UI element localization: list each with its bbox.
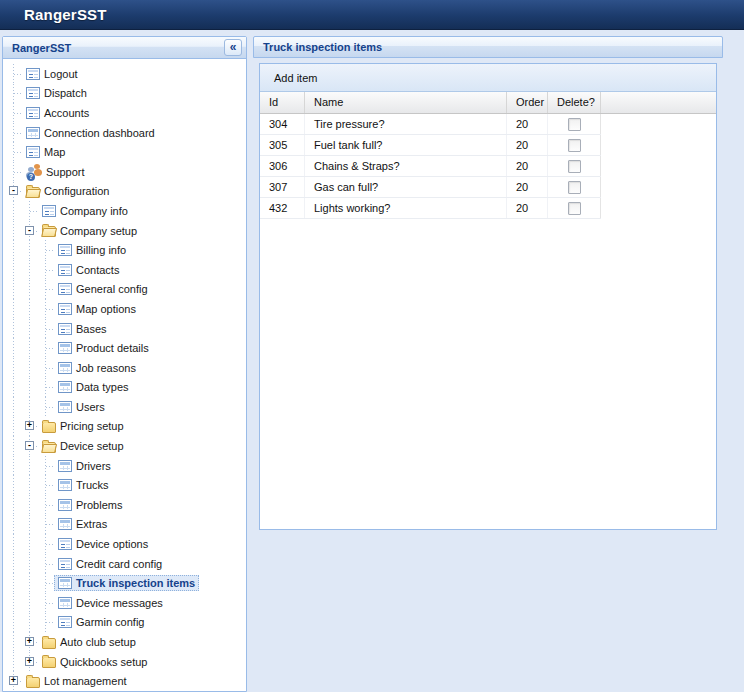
tree-indent-guide	[22, 593, 38, 613]
grid-icon	[58, 401, 72, 413]
form-icon	[42, 205, 56, 217]
tree-expand-expander-icon[interactable]: +	[9, 676, 18, 685]
tree-indent-guide	[22, 397, 38, 417]
sidebar-item-quickbooks-setup[interactable]: + Quickbooks setup	[6, 652, 246, 672]
tree-indent-guide	[6, 613, 22, 633]
cell-id: 305	[260, 135, 305, 155]
cell-order: 20	[507, 135, 548, 155]
table-row[interactable]: 305 Fuel tank full? 20	[260, 135, 601, 156]
cell-name: Fuel tank full?	[305, 135, 507, 155]
tree-indent-guide	[6, 436, 22, 456]
sidebar-item-dispatch[interactable]: Dispatch	[6, 84, 246, 104]
grid-icon	[58, 479, 72, 491]
tree-expand-expander-icon[interactable]: +	[25, 637, 34, 646]
column-header-order[interactable]: Order	[507, 92, 548, 113]
column-header-delete[interactable]: Delete?	[548, 92, 601, 113]
folder-closed-icon	[42, 657, 56, 668]
tree-elbow	[38, 515, 54, 535]
cell-order: 20	[507, 114, 548, 134]
sidebar-item-device-options[interactable]: Device options	[6, 534, 246, 554]
tree-elbow	[6, 142, 22, 162]
sidebar-item-billing-info[interactable]: Billing info	[6, 240, 246, 260]
sidebar-item-data-types[interactable]: Data types	[6, 378, 246, 398]
collapse-left-icon: «	[230, 40, 237, 54]
delete-checkbox[interactable]	[568, 160, 581, 173]
navigation-tree: Logout Dispatch Accounts Connection dash…	[3, 59, 246, 691]
column-header-id[interactable]: Id	[260, 92, 305, 113]
sidebar-item-trucks[interactable]: Trucks	[6, 475, 246, 495]
cell-order: 20	[507, 156, 548, 176]
sidebar-item-connection-dashboard[interactable]: Connection dashboard	[6, 123, 246, 143]
folder-closed-icon	[42, 638, 56, 649]
sidebar-item-lot-management[interactable]: + Lot management	[6, 671, 246, 691]
navigation-panel: RangerSST « Logout Dispatch Accounts Con…	[2, 36, 247, 692]
sidebar-item-truck-inspection-items[interactable]: Truck inspection items	[6, 573, 246, 593]
tree-elbow: +	[22, 652, 38, 672]
sidebar-item-drivers[interactable]: Drivers	[6, 456, 246, 476]
table-row[interactable]: 306 Chains & Straps? 20	[260, 156, 601, 177]
delete-checkbox[interactable]	[568, 118, 581, 131]
tree-collapse-expander-icon[interactable]: -	[25, 226, 34, 235]
tree-indent-guide	[6, 397, 22, 417]
folder-open-icon	[42, 442, 56, 453]
cell-order: 20	[507, 177, 548, 197]
delete-checkbox[interactable]	[568, 202, 581, 215]
sidebar-item-job-reasons[interactable]: Job reasons	[6, 358, 246, 378]
sidebar-item-bases[interactable]: Bases	[6, 319, 246, 339]
delete-checkbox[interactable]	[568, 181, 581, 194]
sidebar-item-product-details[interactable]: Product details	[6, 338, 246, 358]
collapse-panel-button[interactable]: «	[224, 39, 242, 56]
column-header-name[interactable]: Name	[305, 92, 507, 113]
tree-elbow	[38, 280, 54, 300]
tree-elbow: +	[22, 417, 38, 437]
tree-elbow: -	[6, 182, 22, 202]
sidebar-item-logout[interactable]: Logout	[6, 64, 246, 84]
sidebar-item-accounts[interactable]: Accounts	[6, 103, 246, 123]
delete-checkbox[interactable]	[568, 139, 581, 152]
cell-name: Chains & Straps?	[305, 156, 507, 176]
table-row[interactable]: 432 Lights working? 20	[260, 198, 601, 219]
sidebar-item-users[interactable]: Users	[6, 397, 246, 417]
sidebar-item-problems[interactable]: Problems	[6, 495, 246, 515]
tree-elbow	[38, 338, 54, 358]
tree-elbow	[38, 495, 54, 515]
tree-indent-guide	[22, 475, 38, 495]
form-icon	[26, 146, 40, 158]
add-item-button[interactable]: Add item	[265, 68, 326, 88]
tree-elbow	[38, 534, 54, 554]
tree-expand-expander-icon[interactable]: +	[25, 421, 34, 430]
tree-elbow	[6, 84, 22, 104]
sidebar-item-map-options[interactable]: Map options	[6, 299, 246, 319]
tree-indent-guide	[6, 652, 22, 672]
sidebar-item-auto-club-setup[interactable]: + Auto club setup	[6, 632, 246, 652]
form-icon	[58, 616, 72, 628]
tree-elbow	[38, 475, 54, 495]
tree-collapse-expander-icon[interactable]: -	[9, 186, 18, 195]
form-icon	[58, 303, 72, 315]
table-row[interactable]: 304 Tire pressure? 20	[260, 114, 601, 135]
tree-elbow: -	[22, 436, 38, 456]
sidebar-item-general-config[interactable]: General config	[6, 280, 246, 300]
sidebar-item-device-setup[interactable]: - Device setup	[6, 436, 246, 456]
sidebar-item-garmin-config[interactable]: Garmin config	[6, 613, 246, 633]
sidebar-item-pricing-setup[interactable]: + Pricing setup	[6, 417, 246, 437]
form-icon	[26, 68, 40, 80]
sidebar-item-extras[interactable]: Extras	[6, 515, 246, 535]
tree-elbow	[38, 456, 54, 476]
sidebar-item-credit-card-config[interactable]: Credit card config	[6, 554, 246, 574]
sidebar-item-company-info[interactable]: Company info	[6, 201, 246, 221]
tree-collapse-expander-icon[interactable]: -	[25, 441, 34, 450]
grid-panel: Add item Id Name Order Delete? 304 Tire …	[259, 63, 717, 530]
folder-open-icon	[26, 187, 40, 198]
tree-indent-guide	[6, 378, 22, 398]
tree-expand-expander-icon[interactable]: +	[25, 657, 34, 666]
sidebar-item-map[interactable]: Map	[6, 142, 246, 162]
table-row[interactable]: 307 Gas can full? 20	[260, 177, 601, 198]
sidebar-item-configuration[interactable]: - Configuration	[6, 182, 246, 202]
sidebar-item-support[interactable]: ?Support	[6, 162, 246, 182]
sidebar-item-company-setup[interactable]: - Company setup	[6, 221, 246, 241]
cell-name: Tire pressure?	[305, 114, 507, 134]
sidebar-item-device-messages[interactable]: Device messages	[6, 593, 246, 613]
sidebar-item-contacts[interactable]: Contacts	[6, 260, 246, 280]
tree-indent-guide	[6, 240, 22, 260]
